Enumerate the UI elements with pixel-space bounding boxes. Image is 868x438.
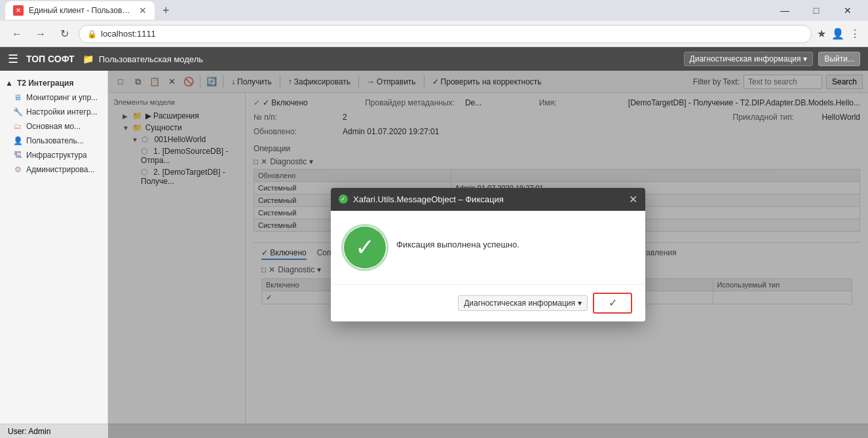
app-header: ☰ ТОП СОФТ 📁 Пользовательская модель Диа… bbox=[0, 47, 868, 71]
app-container: ☰ ТОП СОФТ 📁 Пользовательская модель Диа… bbox=[0, 47, 868, 438]
sidebar-section-t2[interactable]: ▲ Т2 Интеграция bbox=[0, 76, 107, 90]
hamburger-icon[interactable]: ☰ bbox=[8, 52, 18, 66]
app-logo: ТОП СОФТ bbox=[26, 54, 75, 64]
reload-button[interactable]: ↻ bbox=[55, 25, 73, 43]
infra-icon: 🏗 bbox=[13, 151, 22, 160]
settings-icon: 🔧 bbox=[13, 107, 22, 117]
menu-icon[interactable]: ⋮ bbox=[850, 27, 860, 40]
success-icon: ✓ bbox=[344, 227, 386, 268]
dialog-close-button[interactable]: ✕ bbox=[629, 193, 637, 206]
model-icon: 🗂 bbox=[13, 122, 22, 131]
ok-check-icon: ✓ bbox=[609, 297, 617, 309]
header-right: Диагностическая информация ▾ Выйти... bbox=[684, 52, 860, 66]
sidebar-item-label: Мониторинг и упр... bbox=[26, 93, 98, 102]
browser-titlebar: ✕ Единый клиент - Пользователь... ✕ + — … bbox=[0, 0, 868, 21]
new-tab-button[interactable]: + bbox=[157, 4, 175, 18]
forward-button[interactable]: → bbox=[31, 25, 50, 43]
dialog-header: ✓ Xafari.Utils.MessageObject – Фиксация … bbox=[331, 188, 645, 211]
main-content: □ ⧉ 📋 ✕ 🚫 🔄 ↓ Получить ↑ Зафиксировать bbox=[108, 71, 868, 438]
breadcrumb: 📁 Пользовательская модель bbox=[83, 54, 676, 64]
window-controls: — □ ✕ bbox=[770, 0, 863, 21]
sidebar-item-users[interactable]: 👤 Пользователь... bbox=[0, 134, 107, 148]
maximize-button[interactable]: □ bbox=[801, 0, 831, 21]
sidebar-item-label: Инфраструктура bbox=[26, 151, 87, 160]
admin-icon: ⚙ bbox=[13, 165, 22, 174]
lock-icon: 🔒 bbox=[87, 29, 97, 39]
profile-icon[interactable]: 👤 bbox=[831, 27, 844, 40]
sidebar-item-label: Основная мо... bbox=[26, 122, 81, 131]
bookmark-icon[interactable]: ★ bbox=[817, 27, 826, 40]
user-status-label: User: Admin bbox=[8, 427, 50, 436]
dialog-footer: Диагностическая информация ▾ ✓ bbox=[331, 284, 645, 321]
close-button[interactable]: ✕ bbox=[833, 0, 863, 21]
breadcrumb-text: Пользовательская модель bbox=[99, 54, 203, 64]
sidebar-item-label: Пользователь... bbox=[26, 136, 84, 145]
tab-favicon: ✕ bbox=[13, 5, 24, 16]
exit-button[interactable]: Выйти... bbox=[818, 52, 860, 66]
dialog-title: Xafari.Utils.MessageObject – Фиксация bbox=[353, 194, 624, 204]
sidebar-section-label: Т2 Интеграция bbox=[17, 79, 74, 88]
address-text: localhost:1111 bbox=[101, 29, 156, 39]
sidebar-item-label: Настройки интегр... bbox=[26, 107, 98, 117]
monitor-icon: 🖥 bbox=[13, 93, 22, 102]
dialog-body: ✓ Фиксация выполнена успешно. bbox=[331, 211, 645, 284]
back-button[interactable]: ← bbox=[8, 25, 26, 43]
diag-footer-label: Диагностическая информация bbox=[464, 299, 575, 308]
diag-footer-arrow-icon: ▾ bbox=[578, 299, 582, 308]
diag-dropdown-header[interactable]: Диагностическая информация ▾ bbox=[684, 52, 814, 66]
ok-button[interactable]: ✓ bbox=[593, 293, 632, 314]
tab-title: Единый клиент - Пользователь... bbox=[29, 6, 134, 15]
diag-dropdown-footer[interactable]: Диагностическая информация ▾ bbox=[458, 295, 588, 311]
browser-tab[interactable]: ✕ Единый клиент - Пользователь... ✕ bbox=[5, 1, 155, 20]
address-bar[interactable]: 🔒 localhost:1111 bbox=[79, 25, 812, 43]
dialog-message: Фиксация выполнена успешно. bbox=[396, 227, 519, 249]
sidebar-item-infra[interactable]: 🏗 Инфраструктура bbox=[0, 148, 107, 162]
sidebar-item-model[interactable]: 🗂 Основная мо... bbox=[0, 119, 107, 134]
tab-close-icon[interactable]: ✕ bbox=[139, 5, 147, 16]
section-arrow-icon: ▲ bbox=[5, 79, 13, 88]
sidebar-item-settings[interactable]: 🔧 Настройки интегр... bbox=[0, 105, 107, 119]
dialog: ✓ Xafari.Utils.MessageObject – Фиксация … bbox=[331, 188, 645, 321]
users-icon: 👤 bbox=[13, 136, 22, 145]
browser-toolbar: ← → ↻ 🔒 localhost:1111 ★ 👤 ⋮ bbox=[0, 21, 868, 47]
sidebar-item-monitoring[interactable]: 🖥 Мониторинг и упр... bbox=[0, 90, 107, 105]
minimize-button[interactable]: — bbox=[770, 0, 800, 21]
sidebar: ▲ Т2 Интеграция 🖥 Мониторинг и упр... 🔧 … bbox=[0, 71, 108, 438]
dialog-header-icon: ✓ bbox=[339, 194, 348, 204]
sidebar-item-admin[interactable]: ⚙ Администрирова... bbox=[0, 162, 107, 177]
dialog-overlay: ✓ Xafari.Utils.MessageObject – Фиксация … bbox=[108, 71, 868, 438]
sidebar-item-label: Администрирова... bbox=[26, 165, 94, 174]
folder-icon: 📁 bbox=[83, 54, 94, 64]
browser-toolbar-icons: ★ 👤 ⋮ bbox=[817, 27, 860, 40]
app-body: ▲ Т2 Интеграция 🖥 Мониторинг и упр... 🔧 … bbox=[0, 71, 868, 438]
